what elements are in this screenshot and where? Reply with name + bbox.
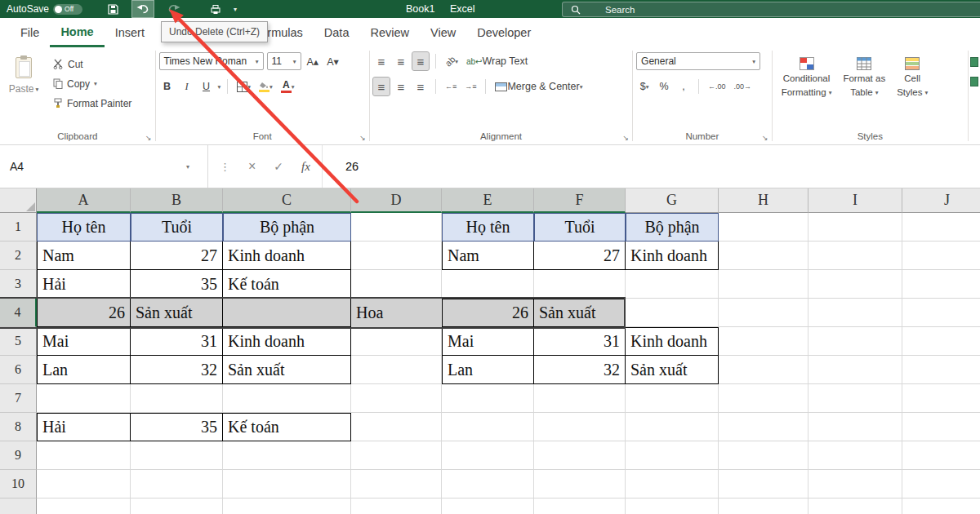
decrease-decimal-button[interactable]: .00→ xyxy=(732,78,755,95)
cell-F-partial[interactable] xyxy=(534,498,626,514)
cell-B-partial[interactable] xyxy=(131,498,223,514)
cell-C4[interactable] xyxy=(223,299,351,327)
cell-J9[interactable] xyxy=(902,441,980,470)
enter-icon[interactable]: ✓ xyxy=(274,160,283,173)
cell-F3[interactable] xyxy=(534,270,626,299)
cell-C2[interactable]: Kinh doanh xyxy=(223,241,351,270)
center-button[interactable]: ≡ xyxy=(393,78,409,95)
column-header-I[interactable]: I xyxy=(808,188,902,213)
cell-F9[interactable] xyxy=(534,441,626,470)
cell-J5[interactable] xyxy=(902,327,980,356)
cell-D-partial[interactable] xyxy=(351,498,442,514)
cell-J6[interactable] xyxy=(902,356,980,384)
name-box[interactable]: A4 ▾ xyxy=(0,145,208,188)
search-box[interactable]: Search xyxy=(562,2,980,17)
wrap-text-button[interactable]: ab↩Wrap Text xyxy=(464,52,530,70)
underline-button[interactable]: U xyxy=(198,78,215,95)
cell-E6[interactable]: Lan xyxy=(442,356,534,384)
cell-G-partial[interactable] xyxy=(626,498,719,514)
cell-E7[interactable] xyxy=(442,384,534,413)
font-color-button[interactable]: A ▾ xyxy=(278,78,297,95)
merge-center-button[interactable]: Merge & Center▾ xyxy=(492,78,585,95)
name-box-dropdown-icon[interactable]: ▾ xyxy=(186,163,201,171)
cell-A6[interactable]: Lan xyxy=(37,356,131,384)
format-as-table-dropdown-icon[interactable]: ▾ xyxy=(875,89,879,96)
cell-H1[interactable] xyxy=(719,213,808,241)
column-header-J[interactable]: J xyxy=(902,188,980,213)
row-header-7[interactable]: 7 xyxy=(0,384,37,413)
cell-E2[interactable]: Nam xyxy=(442,241,534,270)
copy-dropdown-icon[interactable]: ▾ xyxy=(94,80,97,87)
increase-indent-button[interactable]: →≡ xyxy=(462,78,479,95)
cell-H6[interactable] xyxy=(719,356,808,384)
shrink-font-button[interactable]: A▾ xyxy=(324,52,341,70)
cell-F10[interactable] xyxy=(534,470,626,498)
cell-I2[interactable] xyxy=(808,241,902,270)
autosave-switch[interactable]: Off xyxy=(53,4,82,15)
cell-D3[interactable] xyxy=(351,270,442,299)
align-right-button[interactable]: ≡ xyxy=(412,78,429,95)
clipboard-launcher-icon[interactable]: ↘ xyxy=(145,134,152,142)
cell-E-partial[interactable] xyxy=(442,498,534,514)
paste-dropdown-icon[interactable]: ▾ xyxy=(35,86,38,93)
cell-I6[interactable] xyxy=(808,356,902,384)
cell-J-partial[interactable] xyxy=(902,498,980,514)
tab-file[interactable]: File xyxy=(10,18,50,47)
insert-function-icon[interactable]: fx xyxy=(301,160,310,174)
cell-G6[interactable]: Sản xuất xyxy=(626,356,719,384)
print-button[interactable] xyxy=(206,1,225,17)
cell-H4[interactable] xyxy=(719,299,808,327)
font-name-dropdown-icon[interactable]: ▾ xyxy=(256,58,259,65)
row-header-2[interactable]: 2 xyxy=(0,241,37,270)
cell-A2[interactable]: Nam xyxy=(37,241,131,270)
copy-button[interactable]: Copy ▾ xyxy=(51,75,134,92)
cell-D8[interactable] xyxy=(351,413,442,441)
cell-F4[interactable]: Sản xuất xyxy=(534,299,626,327)
cell-D10[interactable] xyxy=(351,470,442,498)
cell-G7[interactable] xyxy=(626,384,719,413)
cell-G2[interactable]: Kinh doanh xyxy=(626,241,719,270)
cell-J7[interactable] xyxy=(902,384,980,413)
cell-D5[interactable] xyxy=(351,327,442,356)
cell-B3[interactable]: 35 xyxy=(131,270,223,299)
cell-F2[interactable]: 27 xyxy=(534,241,626,270)
column-header-E[interactable]: E xyxy=(442,188,534,213)
row-header-6[interactable]: 6 xyxy=(0,356,37,384)
cell-I7[interactable] xyxy=(808,384,902,413)
cell-H7[interactable] xyxy=(719,384,808,413)
cell-H8[interactable] xyxy=(719,413,808,441)
cell-J1[interactable] xyxy=(902,213,980,241)
cell-C-partial[interactable] xyxy=(223,498,351,514)
row-header-8[interactable]: 8 xyxy=(0,413,37,441)
cell-A-partial[interactable] xyxy=(37,498,131,514)
row-header-5[interactable]: 5 xyxy=(0,327,37,356)
number-launcher-icon[interactable]: ↘ xyxy=(762,134,768,142)
cell-B10[interactable] xyxy=(131,470,223,498)
borders-button[interactable]: ▾ xyxy=(234,78,253,95)
fill-color-button[interactable]: ▾ xyxy=(256,78,275,95)
column-header-G[interactable]: G xyxy=(626,188,719,213)
cell-G1[interactable]: Bộ phận xyxy=(626,213,719,241)
tab-view[interactable]: View xyxy=(420,18,466,47)
format-painter-button[interactable]: Format Painter xyxy=(51,95,134,112)
grow-font-button[interactable]: A▴ xyxy=(305,52,322,70)
cell-styles-button[interactable]: Cell Styles▾ xyxy=(891,52,933,128)
row-header-10[interactable]: 10 xyxy=(0,470,37,498)
middle-align-button[interactable]: ≡ xyxy=(393,52,409,70)
font-size-dropdown-icon[interactable]: ▾ xyxy=(293,58,296,65)
cell-F1[interactable]: Tuổi xyxy=(534,213,626,241)
column-header-A[interactable]: A xyxy=(37,188,131,213)
cell-J10[interactable] xyxy=(902,470,980,498)
cell-C1[interactable]: Bộ phận xyxy=(223,213,351,241)
cell-F7[interactable] xyxy=(534,384,626,413)
cell-B1[interactable]: Tuổi xyxy=(131,213,223,241)
accounting-format-button[interactable]: $▾ xyxy=(636,78,653,95)
cell-J3[interactable] xyxy=(902,270,980,299)
cell-I3[interactable] xyxy=(808,270,902,299)
cell-D6[interactable] xyxy=(351,356,442,384)
percent-style-button[interactable]: % xyxy=(656,78,672,95)
tab-home[interactable]: Home xyxy=(50,18,104,47)
cell-E9[interactable] xyxy=(442,441,534,470)
increase-decimal-button[interactable]: ←.00 xyxy=(706,78,728,95)
cell-G4[interactable] xyxy=(626,299,719,327)
